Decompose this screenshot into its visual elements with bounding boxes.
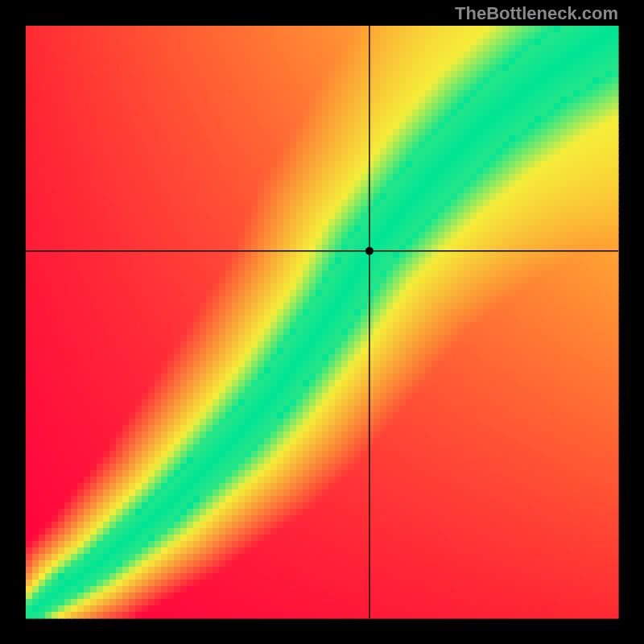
svg-rect-2423	[219, 193, 226, 200]
svg-rect-7544	[612, 547, 619, 555]
svg-rect-3831	[399, 290, 407, 297]
svg-rect-7558	[109, 554, 117, 561]
svg-rect-4590	[547, 341, 555, 349]
svg-rect-2315	[116, 187, 123, 194]
svg-rect-5247	[39, 393, 46, 400]
svg-rect-5420	[560, 399, 568, 407]
svg-rect-4552	[303, 341, 310, 349]
svg-rect-2105	[541, 167, 548, 175]
svg-rect-1243	[322, 109, 329, 117]
svg-rect-5020	[354, 374, 361, 381]
svg-rect-892	[431, 84, 439, 91]
svg-rect-2312	[97, 187, 104, 194]
svg-rect-7530	[522, 547, 529, 555]
svg-rect-1130	[187, 103, 194, 110]
svg-rect-5072	[97, 380, 104, 387]
svg-rect-972	[354, 90, 361, 97]
svg-rect-5169	[129, 386, 136, 394]
svg-rect-5775	[477, 425, 484, 432]
svg-rect-2357	[386, 187, 394, 194]
svg-rect-6496	[380, 477, 387, 484]
svg-rect-1096	[560, 97, 568, 104]
svg-rect-5703	[605, 419, 613, 426]
svg-rect-4505	[592, 335, 600, 342]
svg-rect-4057	[77, 309, 85, 316]
svg-rect-871	[296, 84, 303, 91]
svg-rect-2335	[245, 187, 252, 194]
svg-rect-4821	[258, 361, 265, 368]
svg-rect-1697	[283, 142, 291, 149]
svg-rect-5026	[393, 374, 400, 381]
svg-rect-2412	[148, 193, 155, 200]
svg-rect-34	[238, 26, 246, 33]
svg-rect-3564	[457, 270, 464, 278]
svg-rect-4743	[348, 354, 355, 361]
svg-rect-390	[161, 52, 168, 59]
svg-rect-8323	[296, 605, 303, 613]
svg-rect-6563	[219, 483, 226, 490]
svg-rect-4165	[180, 316, 188, 323]
svg-rect-6759	[296, 496, 303, 503]
svg-rect-2973	[206, 232, 213, 239]
svg-rect-7856	[251, 573, 258, 580]
svg-rect-5843	[322, 431, 329, 439]
svg-rect-8314	[238, 605, 246, 613]
svg-rect-7505	[361, 547, 368, 555]
svg-rect-6978	[522, 509, 529, 516]
svg-rect-4366	[290, 328, 297, 336]
svg-rect-1789	[283, 148, 291, 155]
svg-rect-4527	[142, 341, 149, 349]
svg-rect-1549	[515, 129, 522, 136]
svg-rect-7010	[135, 515, 142, 522]
svg-rect-4663	[425, 348, 432, 355]
svg-rect-6832	[174, 502, 181, 510]
svg-rect-2133	[129, 174, 136, 181]
svg-rect-2517	[232, 200, 239, 207]
svg-rect-3641	[361, 277, 368, 284]
svg-rect-8401	[206, 612, 213, 619]
svg-rect-3475	[477, 264, 484, 271]
svg-rect-2920	[457, 225, 464, 233]
svg-rect-6115	[296, 451, 303, 458]
svg-rect-8255	[451, 599, 458, 606]
svg-rect-1657	[26, 142, 33, 149]
svg-rect-7552	[71, 554, 78, 561]
svg-rect-6949	[335, 509, 342, 516]
svg-rect-3472	[457, 264, 464, 271]
svg-rect-427	[399, 52, 407, 59]
svg-rect-1454	[496, 122, 503, 130]
svg-rect-2239	[219, 180, 226, 188]
svg-rect-2030	[58, 167, 65, 175]
svg-rect-7109	[180, 522, 188, 529]
svg-rect-452	[560, 52, 568, 59]
svg-rect-8313	[232, 605, 239, 613]
svg-rect-4219	[528, 316, 535, 323]
svg-rect-4083	[245, 309, 252, 316]
svg-rect-3457	[361, 264, 368, 271]
svg-rect-4595	[580, 341, 587, 349]
svg-rect-7753	[180, 567, 188, 574]
svg-rect-1710	[367, 142, 374, 149]
svg-rect-64	[431, 26, 439, 33]
svg-rect-4944	[457, 367, 464, 374]
svg-rect-6234	[470, 457, 477, 464]
svg-rect-655	[90, 71, 97, 78]
svg-rect-7167	[554, 522, 561, 529]
svg-rect-4702	[84, 354, 91, 361]
svg-rect-2220	[97, 180, 104, 188]
svg-rect-3392	[535, 258, 542, 265]
svg-rect-4202	[419, 316, 426, 323]
svg-rect-3096	[406, 238, 413, 246]
svg-rect-4513	[52, 341, 59, 349]
svg-rect-6271	[116, 464, 123, 471]
svg-rect-1437	[386, 122, 394, 130]
svg-rect-6103	[219, 451, 226, 458]
svg-rect-3816	[303, 290, 310, 297]
svg-rect-475	[116, 58, 123, 65]
svg-rect-5447	[142, 406, 149, 413]
svg-rect-2551	[451, 200, 458, 207]
svg-rect-5102	[290, 380, 297, 387]
svg-rect-4525	[129, 341, 136, 349]
svg-rect-7212	[251, 528, 258, 535]
svg-rect-4973	[52, 374, 59, 381]
